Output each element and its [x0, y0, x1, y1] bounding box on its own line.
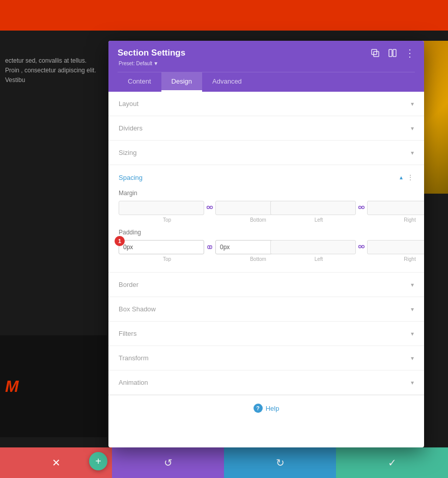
modal-header-top: Section Settings ⋮	[118, 48, 415, 58]
bg-text-left: ectetur sed, convallis at tellus. Proin …	[0, 51, 107, 91]
margin-link-icon-2[interactable]	[356, 204, 367, 213]
accordion-transform-header[interactable]: Transform ▾	[108, 346, 424, 370]
padding-link-icon-2[interactable]	[356, 243, 367, 252]
columns-icon[interactable]	[387, 48, 398, 58]
margin-top-bottom: Top Bottom	[119, 201, 266, 223]
margin-right-input[interactable]	[367, 201, 424, 215]
help-link[interactable]: ? Help	[254, 404, 279, 413]
accordion-sizing-chevron: ▾	[411, 149, 414, 156]
help-circle-icon: ?	[254, 404, 263, 413]
action-bar: ✕ ↺ ↻ ✓	[0, 447, 448, 478]
accordion-transform-label: Transform	[119, 354, 149, 362]
svg-rect-1	[374, 51, 379, 57]
accordion-layout-label: Layout	[119, 100, 138, 108]
margin-top-input-row	[119, 201, 215, 215]
accordion-spacing-actions: ▴ ⋮	[400, 173, 414, 181]
padding-right-label: Right	[404, 256, 415, 262]
padding-right-input[interactable]	[367, 240, 424, 254]
padding-right-wrap: Right	[367, 240, 424, 262]
preset-selector[interactable]: Preset: Default▼	[118, 60, 415, 67]
padding-top-input[interactable]	[119, 240, 204, 254]
accordion-layout-header[interactable]: Layout ▾	[108, 92, 424, 116]
accordion-dividers: Dividers ▾	[108, 116, 424, 141]
svg-rect-3	[393, 49, 396, 57]
margin-left-right: Left Right	[270, 201, 418, 223]
accordion-animation-label: Animation	[119, 379, 148, 386]
svg-point-12	[362, 245, 365, 248]
help-label: Help	[266, 405, 279, 412]
svg-rect-2	[389, 49, 392, 57]
accordion-animation-header[interactable]: Animation ▾	[108, 370, 424, 394]
margin-right-input-row	[367, 201, 424, 215]
modal-header-icons: ⋮	[370, 48, 415, 58]
accordion-layout: Layout ▾	[108, 92, 424, 116]
accordion-box-shadow-label: Box Shadow	[119, 305, 156, 313]
margin-top-label: Top	[163, 217, 171, 223]
bg-bottom-left: M	[0, 335, 107, 437]
more-icon[interactable]: ⋮	[405, 48, 415, 58]
accordion-animation: Animation ▾	[108, 370, 424, 395]
reset-button[interactable]: ↺	[112, 447, 224, 478]
copy-icon[interactable]	[370, 48, 380, 58]
margin-link-icon[interactable]	[204, 204, 215, 213]
modal-tabs: Content Design Advanced	[118, 72, 415, 92]
accordion-filters-header[interactable]: Filters ▾	[108, 322, 424, 346]
bg-bottom-text: M	[5, 377, 19, 396]
accordion-animation-chevron: ▾	[411, 379, 414, 386]
accordion-box-shadow: Box Shadow ▾	[108, 297, 424, 322]
badge-1: 1	[115, 236, 125, 246]
padding-top-input-row	[119, 240, 215, 254]
padding-left-input-row	[270, 240, 367, 254]
accordion-spacing-chevron: ▴	[400, 174, 403, 181]
margin-left-wrap: Left	[270, 201, 367, 223]
accordion-spacing-label: Spacing	[119, 174, 143, 181]
modal-footer: ? Help	[108, 395, 424, 421]
modal-title: Section Settings	[118, 48, 185, 58]
margin-left-input[interactable]	[270, 201, 356, 215]
section-settings-modal: Section Settings ⋮ Preset: Default▼ Cont…	[108, 41, 424, 447]
accordion-box-shadow-header[interactable]: Box Shadow ▾	[108, 297, 424, 321]
accordion-spacing-menu-icon[interactable]: ⋮	[407, 173, 414, 181]
modal-body: Layout ▾ Dividers ▾ Sizing ▾ Spacing ▴	[108, 92, 424, 447]
svg-point-8	[362, 206, 365, 208]
accordion-border-chevron: ▾	[411, 281, 414, 288]
margin-bottom-label: Bottom	[250, 217, 266, 223]
padding-top-wrap: 1 Top	[119, 240, 215, 262]
accordion-sizing-label: Sizing	[119, 149, 136, 156]
padding-left-label: Left	[315, 256, 323, 262]
accordion-sizing: Sizing ▾	[108, 141, 424, 165]
spacing-content: Margin Top	[108, 190, 424, 272]
margin-top-input[interactable]	[119, 201, 204, 215]
accordion-spacing-header[interactable]: Spacing ▴ ⋮	[108, 165, 424, 190]
tab-design[interactable]: Design	[161, 72, 202, 92]
padding-right-input-row	[367, 240, 424, 254]
accordion-border: Border ▾	[108, 273, 424, 297]
accordion-sizing-header[interactable]: Sizing ▾	[108, 141, 424, 165]
margin-left-label: Left	[315, 217, 323, 223]
padding-left-wrap: Left	[270, 240, 367, 262]
accordion-border-label: Border	[119, 281, 138, 288]
save-button[interactable]: ✓	[336, 447, 448, 478]
accordion-dividers-header[interactable]: Dividers ▾	[108, 116, 424, 140]
top-bar	[0, 0, 448, 31]
tab-advanced[interactable]: Advanced	[202, 72, 252, 92]
modal-header: Section Settings ⋮ Preset: Default▼ Cont…	[108, 41, 424, 92]
svg-point-7	[359, 206, 361, 208]
accordion-border-header[interactable]: Border ▾	[108, 273, 424, 297]
margin-right-label: Right	[404, 217, 415, 223]
padding-link-icon[interactable]	[204, 243, 215, 252]
margin-row: Top Bottom	[119, 201, 414, 223]
svg-point-4	[207, 206, 210, 208]
margin-left-input-row	[270, 201, 367, 215]
padding-top-label: Top	[163, 256, 171, 262]
margin-right-wrap: Right	[367, 201, 424, 223]
padding-left-input[interactable]	[270, 240, 356, 254]
redo-button[interactable]: ↻	[224, 447, 336, 478]
accordion-dividers-chevron: ▾	[411, 125, 414, 132]
accordion-dividers-label: Dividers	[119, 124, 143, 132]
tab-content[interactable]: Content	[118, 72, 161, 92]
accordion-spacing: Spacing ▴ ⋮ Margin	[108, 165, 424, 273]
add-button[interactable]: +	[89, 452, 107, 470]
padding-left-right: Left Right	[270, 240, 418, 262]
margin-top-wrap: Top	[119, 201, 215, 223]
